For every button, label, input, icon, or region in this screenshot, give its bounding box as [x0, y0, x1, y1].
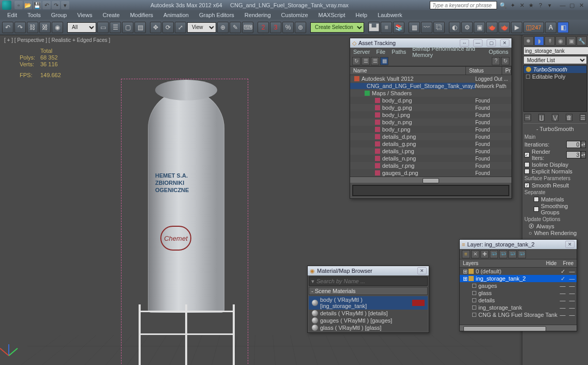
- asset-row[interactable]: body_n.pngFound: [350, 119, 511, 126]
- material-item[interactable]: body ( VRayMtl ) [ing_storage_tank]: [309, 296, 428, 310]
- render-frame-button[interactable]: ▣: [474, 22, 485, 33]
- tank-geometry[interactable]: [148, 90, 224, 313]
- viewport-label[interactable]: [ + ] [ Perspective ] [ Realistic + Edge…: [4, 37, 110, 43]
- refcoord-dropdown[interactable]: View: [187, 22, 216, 33]
- menu-paths[interactable]: Paths: [391, 49, 406, 55]
- col-freeze[interactable]: Free: [560, 259, 577, 267]
- select-object-button[interactable]: ▭: [97, 22, 109, 33]
- redo-icon[interactable]: ↷: [52, 1, 60, 9]
- exnormals-checkbox[interactable]: [524, 169, 530, 174]
- always-radio[interactable]: Always: [536, 223, 554, 229]
- asset-row[interactable]: gauges_d.pngFound: [350, 169, 511, 177]
- asset-row[interactable]: details_n.pngFound: [350, 155, 511, 162]
- pin-stack-button[interactable]: ⊣: [524, 114, 531, 121]
- bind-button[interactable]: ◉: [52, 22, 63, 33]
- undo-icon[interactable]: ↶: [42, 1, 51, 9]
- subscription-icon[interactable]: ✦: [508, 1, 517, 9]
- object-name-field[interactable]: [523, 47, 588, 55]
- tab-utilities-icon[interactable]: 🔧: [577, 36, 587, 46]
- menu-options[interactable]: Options: [489, 49, 508, 55]
- modifier-list-dropdown[interactable]: Modifier List: [523, 56, 587, 64]
- unlink-button[interactable]: ⛓̸: [39, 22, 51, 33]
- renderiters-spinner[interactable]: [566, 151, 581, 158]
- menu-file[interactable]: File: [376, 49, 385, 55]
- close-icon[interactable]: ✕: [500, 39, 509, 47]
- chevron-down-icon[interactable]: ▾: [309, 278, 316, 285]
- snap-percent-button[interactable]: %: [282, 22, 294, 33]
- tab-modify-icon[interactable]: ◗: [534, 36, 545, 46]
- app-icon[interactable]: [2, 1, 11, 10]
- refresh-icon[interactable]: ↻: [352, 57, 360, 65]
- add-to-layer-icon[interactable]: ✚: [480, 250, 489, 258]
- named-selection-dropdown[interactable]: Create Selection Se: [310, 22, 364, 33]
- refresh2-icon[interactable]: ↻: [501, 57, 509, 65]
- close-icon[interactable]: ✕: [577, 1, 586, 9]
- help-chevron-icon[interactable]: ▾: [546, 1, 554, 9]
- col-name[interactable]: Name: [350, 67, 466, 75]
- sgroups-checkbox[interactable]: [534, 207, 539, 212]
- autodesk-a-button[interactable]: A: [545, 22, 556, 33]
- layer-hscrollbar[interactable]: [460, 325, 577, 331]
- asset-hscrollbar[interactable]: [350, 177, 511, 183]
- asset-row[interactable]: body_i.pngFound: [350, 111, 511, 119]
- iterations-spinner[interactable]: [566, 141, 581, 148]
- material-search-input[interactable]: [316, 277, 427, 285]
- close-icon[interactable]: ✕: [417, 267, 427, 274]
- layer-row[interactable]: ⊞ 0 (default)✓—: [460, 268, 577, 275]
- tab-display-icon[interactable]: ▣: [566, 36, 577, 46]
- asset-row[interactable]: details_d.pngFound: [350, 133, 511, 140]
- configure-sets-button[interactable]: ☰: [580, 114, 586, 121]
- col-hide[interactable]: Hide: [543, 259, 560, 267]
- layer-row[interactable]: ⊞ ing_storage_tank_2✓—: [460, 275, 577, 282]
- smooth-checkbox[interactable]: ✓: [524, 183, 530, 188]
- menu-edit[interactable]: Edit: [4, 11, 20, 19]
- asset-row[interactable]: body_d.pngFound: [350, 97, 511, 104]
- undo-button[interactable]: ↶: [2, 22, 13, 33]
- menu-bitmap[interactable]: Bitmap Performance and Memory: [412, 46, 483, 58]
- new-icon[interactable]: ▫: [14, 1, 23, 9]
- view-tree-icon[interactable]: ☰: [361, 57, 370, 65]
- asset-row[interactable]: Maps / Shaders: [350, 90, 511, 97]
- panel-titlebar[interactable]: ≡ Layer: ing_storage_tank_2 ✕: [460, 240, 577, 249]
- redo-button[interactable]: ↷: [14, 22, 26, 33]
- close-icon[interactable]: ✕: [565, 241, 575, 248]
- asset-row[interactable]: details_r.pngFound: [350, 162, 511, 169]
- make-unique-button[interactable]: ⋁: [552, 114, 559, 121]
- spinner-snap-button[interactable]: ⊚: [295, 22, 306, 33]
- window-crossing-button[interactable]: ▤: [134, 22, 146, 33]
- save-icon[interactable]: 💾: [33, 1, 41, 9]
- modifier-editable-poly[interactable]: Editable Poly: [524, 73, 586, 80]
- maximize-icon[interactable]: ▢: [567, 1, 577, 9]
- infocenter-search[interactable]: [430, 1, 497, 9]
- menu-tools[interactable]: Tools: [24, 11, 44, 19]
- mirror-button[interactable]: ▙▟: [368, 22, 380, 33]
- material-item[interactable]: details ( VRayMtl ) [details]: [309, 310, 428, 317]
- scale-button[interactable]: ⤢: [175, 22, 186, 33]
- menu-maxscript[interactable]: MAXScript: [315, 11, 349, 19]
- align-button[interactable]: ≡: [381, 22, 392, 33]
- asset-row[interactable]: details_i.pngFound: [350, 148, 511, 155]
- move-button[interactable]: ✥: [150, 22, 161, 33]
- highlight-layer-icon[interactable]: ⮒: [499, 250, 507, 258]
- menu-grapheditors[interactable]: Graph Editors: [196, 11, 237, 19]
- view-grid-icon[interactable]: ▦: [380, 57, 388, 65]
- menu-create[interactable]: Create: [99, 11, 123, 19]
- snap-2d-button[interactable]: 2: [258, 22, 269, 33]
- show-end-result-button[interactable]: ∐: [538, 114, 545, 121]
- curve-editor-button[interactable]: 〰: [421, 22, 432, 33]
- remove-modifier-button[interactable]: 🗑: [566, 114, 572, 121]
- isoline-checkbox[interactable]: [524, 162, 530, 167]
- menu-server[interactable]: Server: [353, 49, 370, 55]
- select-name-button[interactable]: ☰: [110, 22, 121, 33]
- search-icon[interactable]: 🔍: [499, 1, 507, 9]
- asset-row[interactable]: details_g.pngFound: [350, 140, 511, 148]
- menu-group[interactable]: Group: [48, 11, 70, 19]
- menu-help[interactable]: Help: [353, 11, 371, 19]
- manipulate-button[interactable]: ✎: [230, 22, 241, 33]
- hide-layer-icon[interactable]: ⮒: [508, 250, 517, 258]
- maximize-icon[interactable]: ▢: [487, 39, 496, 47]
- layer-row[interactable]: glass——: [460, 289, 577, 297]
- render-prod-button[interactable]: 🫖: [486, 22, 497, 33]
- tab-motion-icon[interactable]: ◉: [555, 36, 566, 46]
- qat-chevron-icon[interactable]: ▾: [61, 1, 69, 9]
